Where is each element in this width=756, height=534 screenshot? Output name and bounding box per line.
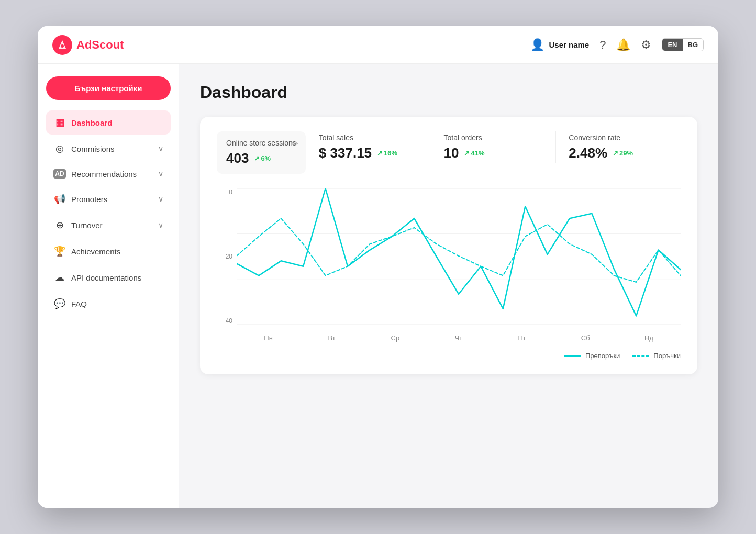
sidebar-item-commisions[interactable]: ◎ Commisions ∨ [46, 137, 171, 161]
legend-solid-line [564, 355, 581, 357]
logo-text: AdScout [76, 38, 124, 52]
chart-container: 40 20 0 [217, 188, 681, 346]
sidebar-item-turnover[interactable]: ⊕ Turnover ∨ [46, 213, 171, 237]
stat-change: 6% [254, 154, 271, 162]
stat-online-sessions: Online store sessions 403 6% ✏ [217, 131, 306, 174]
x-label-wed: Ср [363, 334, 427, 342]
svg-point-1 [61, 44, 64, 48]
sidebar-item-promoters[interactable]: 📢 Promoters ∨ [46, 187, 171, 211]
dashed-line [237, 218, 681, 282]
legend-preporaki: Препоръки [564, 352, 620, 360]
chart-legend: Препоръки Поръчки [217, 352, 681, 360]
chevron-down-icon: ∨ [158, 170, 163, 178]
stat-total-sales: Total sales $ 337.15 16% [306, 131, 431, 163]
x-label-sat: Сб [554, 334, 617, 342]
dashboard-icon: ▦ [53, 117, 66, 128]
y-label-20: 20 [217, 253, 232, 260]
y-label-0: 0 [217, 188, 232, 196]
recommendations-icon: AD [53, 169, 66, 179]
stat-label: Total orders [444, 134, 543, 142]
solid-line [237, 188, 681, 316]
notifications-icon[interactable]: 🔔 [616, 38, 630, 52]
chart-x-labels: Пн Вт Ср Чт Пт Сб Нд [237, 330, 681, 346]
dashboard-card: Online store sessions 403 6% ✏ Total sal… [200, 117, 697, 374]
sidebar: Бързи настройки ▦ Dashboard ◎ Commisions… [38, 64, 179, 508]
legend-porchki-label: Поръчки [653, 352, 681, 360]
stat-value: 10 [444, 145, 459, 161]
x-label-mon: Пн [237, 334, 300, 342]
turnover-icon: ⊕ [53, 219, 66, 231]
help-icon[interactable]: ? [599, 38, 606, 52]
stat-change: 16% [377, 149, 397, 157]
body: Бързи настройки ▦ Dashboard ◎ Commisions… [38, 64, 718, 508]
promoters-icon: 📢 [53, 193, 66, 205]
y-label-40: 40 [217, 317, 232, 325]
legend-preporaki-label: Препоръки [585, 352, 620, 360]
faq-icon: 💬 [53, 298, 66, 309]
language-switcher: EN BG [662, 38, 704, 51]
x-label-tue: Вт [300, 334, 363, 342]
sidebar-item-achievements[interactable]: 🏆 Achievements [46, 239, 171, 263]
stat-value: $ 337.15 [319, 145, 372, 161]
app-window: AdScout 👤 User name ? 🔔 ⚙ EN BG Бързи на… [38, 26, 718, 508]
quick-settings-button[interactable]: Бързи настройки [46, 76, 171, 100]
sidebar-item-dashboard[interactable]: ▦ Dashboard [46, 110, 171, 135]
chevron-down-icon: ∨ [158, 144, 163, 153]
stat-conversion-rate: Conversion rate 2.48% 29% [555, 131, 681, 163]
settings-icon[interactable]: ⚙ [641, 38, 651, 52]
chevron-down-icon: ∨ [158, 195, 163, 203]
sidebar-item-faq[interactable]: 💬 FAQ [46, 292, 171, 316]
api-docs-icon: ☁ [53, 272, 66, 283]
stats-row: Online store sessions 403 6% ✏ Total sal… [217, 131, 681, 174]
page-title: Dashboard [200, 83, 697, 102]
stat-change: 41% [464, 149, 484, 157]
chevron-down-icon: ∨ [158, 221, 163, 229]
chart-y-labels: 40 20 0 [217, 188, 232, 325]
chart-svg-area [237, 188, 681, 325]
stat-label: Total sales [319, 134, 418, 142]
x-label-fri: Пт [491, 334, 554, 342]
stat-total-orders: Total orders 10 41% [431, 131, 556, 163]
achievements-icon: 🏆 [53, 246, 66, 257]
stat-change: 29% [613, 149, 633, 157]
sidebar-item-recommendations[interactable]: AD Recommendations ∨ [46, 163, 171, 185]
stat-label: Online store sessions [226, 139, 296, 147]
lang-en-button[interactable]: EN [662, 39, 682, 51]
edit-icon[interactable]: ✏ [292, 139, 298, 149]
x-label-thu: Чт [427, 334, 490, 342]
logo-icon [52, 35, 72, 55]
lang-bg-button[interactable]: BG [683, 39, 704, 51]
stat-value: 2.48% [569, 145, 607, 161]
stat-value: 403 [226, 150, 249, 166]
x-label-sun: Нд [617, 334, 681, 342]
user-profile[interactable]: 👤 User name [530, 38, 589, 52]
header: AdScout 👤 User name ? 🔔 ⚙ EN BG [38, 26, 718, 64]
legend-dashed-line [632, 355, 649, 357]
legend-porchki: Поръчки [632, 352, 681, 360]
main-content: Dashboard Online store sessions 403 6% ✏ [179, 64, 718, 508]
logo-area: AdScout [52, 35, 124, 55]
header-right: 👤 User name ? 🔔 ⚙ EN BG [530, 38, 704, 52]
stat-label: Conversion rate [569, 134, 668, 142]
commisions-icon: ◎ [53, 143, 66, 154]
sidebar-item-api-docs[interactable]: ☁ API documentations [46, 265, 171, 290]
chart-svg [237, 188, 681, 325]
